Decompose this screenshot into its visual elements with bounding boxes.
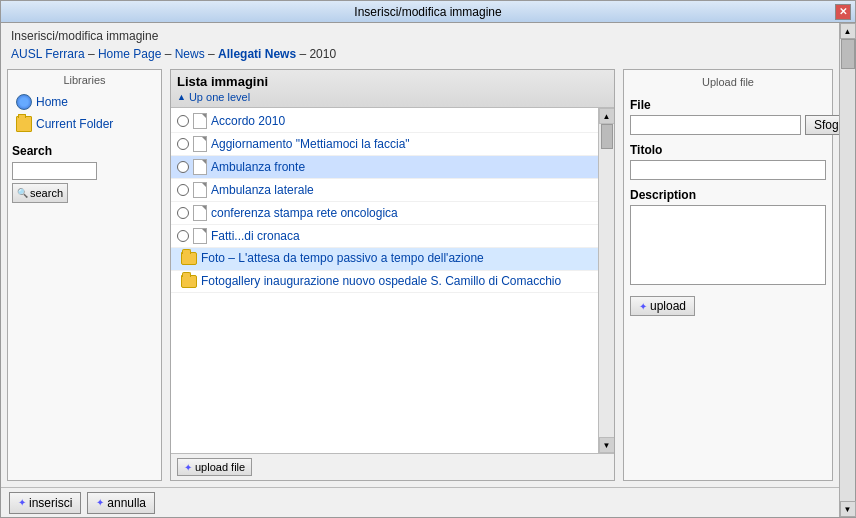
breadcrumb-link-ausl[interactable]: AUSL Ferrara xyxy=(11,47,85,61)
upload-btn-icon: ✦ xyxy=(639,301,647,312)
main-scrollbar[interactable]: ▲ ▼ xyxy=(839,23,855,517)
search-label: Search xyxy=(12,144,157,158)
panel-images: Lista immagini ▲ Up one level Accordo 20… xyxy=(170,69,615,481)
breadcrumb-link-allegati[interactable]: Allegati News xyxy=(218,47,296,61)
bottom-bar: ✦ inserisci ✦ annulla xyxy=(1,487,839,517)
list-scrollbar[interactable]: ▲ ▼ xyxy=(598,108,614,453)
upload-icon: ✦ xyxy=(184,462,192,473)
search-icon: 🔍 xyxy=(17,188,28,198)
radio-button[interactable] xyxy=(177,115,189,127)
file-icon xyxy=(193,113,207,129)
close-button[interactable]: ✕ xyxy=(835,4,851,20)
search-button-label: search xyxy=(30,187,63,199)
search-input-row xyxy=(12,162,157,180)
inserisci-label: inserisci xyxy=(29,496,72,510)
file-field-group: File Sfoglia... xyxy=(630,98,826,135)
search-button[interactable]: 🔍 search xyxy=(12,183,68,203)
file-label: File xyxy=(630,98,826,112)
breadcrumb: AUSL Ferrara – Home Page – News – Allega… xyxy=(7,47,833,61)
section-label: Inserisci/modifica immagine xyxy=(7,29,833,43)
image-list-area: Accordo 2010 Aggiornamento "Mettiamoci l… xyxy=(171,108,614,453)
file-icon xyxy=(193,182,207,198)
titolo-input[interactable] xyxy=(630,160,826,180)
item-label: Ambulanza fronte xyxy=(211,160,305,174)
scroll-down-arrow[interactable]: ▼ xyxy=(840,501,856,517)
list-scroll-up[interactable]: ▲ xyxy=(599,108,615,124)
dialog-title: Inserisci/modifica immagine xyxy=(21,5,835,19)
upload-button[interactable]: ✦ upload xyxy=(630,296,695,316)
file-icon xyxy=(193,205,207,221)
sfoglia-button[interactable]: Sfoglia... xyxy=(805,115,839,135)
list-item[interactable]: conferenza stampa rete oncologica xyxy=(171,202,598,225)
annulla-button[interactable]: ✦ annulla xyxy=(87,492,155,514)
folder-item-label: Foto – L'attesa da tempo passivo a tempo… xyxy=(201,251,484,267)
breadcrumb-link-news[interactable]: News xyxy=(175,47,205,61)
scroll-thumb[interactable] xyxy=(841,39,855,69)
library-item-current[interactable]: Current Folder xyxy=(12,114,157,134)
upload-file-button[interactable]: ✦ upload file xyxy=(177,458,252,476)
description-textarea[interactable] xyxy=(630,205,826,285)
search-section: Search 🔍 search xyxy=(12,144,157,203)
description-label: Description xyxy=(630,188,826,202)
item-label: Fatti...di cronaca xyxy=(211,229,300,243)
scroll-track xyxy=(840,39,855,501)
scroll-up-arrow[interactable]: ▲ xyxy=(840,23,856,39)
inserisci-button[interactable]: ✦ inserisci xyxy=(9,492,81,514)
search-input[interactable] xyxy=(12,162,97,180)
folder-item-label: Fotogallery inaugurazione nuovo ospedale… xyxy=(201,274,561,290)
annulla-label: annulla xyxy=(107,496,146,510)
item-label: conferenza stampa rete oncologica xyxy=(211,206,398,220)
list-scroll-thumb[interactable] xyxy=(601,124,613,149)
upload-action-row: ✦ upload xyxy=(630,296,826,316)
panel-upload: Upload file File Sfoglia... Titolo Descr… xyxy=(623,69,833,481)
images-panel-title: Lista immagini xyxy=(177,74,608,89)
list-scroll-down[interactable]: ▼ xyxy=(599,437,615,453)
up-arrow-icon: ▲ xyxy=(177,92,186,102)
file-input[interactable] xyxy=(630,115,801,135)
titolo-label: Titolo xyxy=(630,143,826,157)
library-item-home[interactable]: Home xyxy=(12,92,157,112)
upload-button-label: upload xyxy=(650,299,686,313)
list-item-folder[interactable]: Fotogallery inaugurazione nuovo ospedale… xyxy=(171,271,598,294)
list-item[interactable]: Ambulanza laterale xyxy=(171,179,598,202)
radio-button[interactable] xyxy=(177,161,189,173)
inserisci-icon: ✦ xyxy=(18,497,26,508)
list-scroll-track xyxy=(599,124,614,437)
images-footer: ✦ upload file xyxy=(171,453,614,480)
item-label: Accordo 2010 xyxy=(211,114,285,128)
libraries-title: Libraries xyxy=(12,74,157,86)
library-home-label: Home xyxy=(36,95,68,109)
list-item[interactable]: Ambulanza fronte xyxy=(171,156,598,179)
up-one-level-button[interactable]: ▲ Up one level xyxy=(177,91,608,103)
radio-button[interactable] xyxy=(177,184,189,196)
content-area: Inserisci/modifica immagine AUSL Ferrara… xyxy=(1,23,839,487)
up-one-level-label: Up one level xyxy=(189,91,250,103)
folder-icon xyxy=(181,275,197,288)
image-list: Accordo 2010 Aggiornamento "Mettiamoci l… xyxy=(171,108,598,453)
list-item[interactable]: Aggiornamento "Mettiamoci la faccia" xyxy=(171,133,598,156)
panels-container: Libraries Home Current Folder Search xyxy=(7,69,833,481)
title-bar: Inserisci/modifica immagine ✕ xyxy=(1,1,855,23)
globe-icon xyxy=(16,94,32,110)
radio-button[interactable] xyxy=(177,207,189,219)
titolo-field-group: Titolo xyxy=(630,143,826,180)
list-item[interactable]: Accordo 2010 xyxy=(171,110,598,133)
library-current-label: Current Folder xyxy=(36,117,113,131)
radio-button[interactable] xyxy=(177,230,189,242)
dialog-window: Inserisci/modifica immagine ✕ ▲ ▼ Inseri… xyxy=(0,0,856,518)
upload-file-label: upload file xyxy=(195,461,245,473)
list-item-folder[interactable]: Foto – L'attesa da tempo passivo a tempo… xyxy=(171,248,598,271)
file-icon xyxy=(193,136,207,152)
item-label: Aggiornamento "Mettiamoci la faccia" xyxy=(211,137,410,151)
breadcrumb-link-home[interactable]: Home Page xyxy=(98,47,161,61)
folder-icon xyxy=(181,252,197,265)
panel-libraries: Libraries Home Current Folder Search xyxy=(7,69,162,481)
upload-panel-title: Upload file xyxy=(630,76,826,88)
list-item[interactable]: Fatti...di cronaca xyxy=(171,225,598,248)
images-header: Lista immagini ▲ Up one level xyxy=(171,70,614,108)
description-field-group: Description xyxy=(630,188,826,288)
file-icon xyxy=(193,228,207,244)
file-row: Sfoglia... xyxy=(630,115,826,135)
file-icon xyxy=(193,159,207,175)
radio-button[interactable] xyxy=(177,138,189,150)
